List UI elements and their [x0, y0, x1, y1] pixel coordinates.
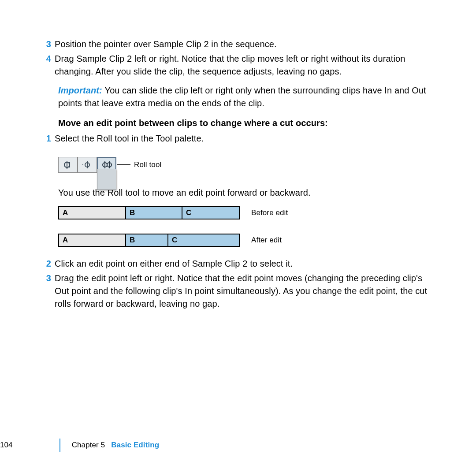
callout-label: Roll tool [134, 160, 161, 169]
important-lead: Important: [58, 86, 105, 95]
step-row: 3 Position the pointer over Sample Clip … [44, 38, 432, 51]
tool-dropdown-panel [97, 169, 116, 190]
step-number: 3 [44, 272, 55, 310]
page-number: 104 [0, 441, 13, 450]
important-text: You can slide the clip left or right onl… [58, 86, 426, 108]
clip-segment-c: C [168, 234, 239, 246]
clip-segment-a: A [59, 207, 126, 219]
step-text: Drag the edit point left or right. Notic… [55, 272, 432, 310]
page-footer: 104 Chapter 5 Basic Editing [0, 439, 159, 452]
clip-segment-c: C [182, 207, 239, 219]
bar-caption: After edit [251, 236, 282, 245]
step-number: 1 [44, 132, 55, 145]
step-number: 2 [44, 257, 55, 270]
step-text: Position the pointer over Sample Clip 2 … [55, 38, 432, 51]
page-content: 3 Position the pointer over Sample Clip … [0, 0, 476, 310]
step-row: 4 Drag Sample Clip 2 left or right. Noti… [44, 52, 432, 78]
slip-icon [82, 159, 93, 171]
slip-tool-icon [78, 157, 97, 173]
clip-segment-b: B [126, 234, 168, 246]
step-text: Drag Sample Clip 2 left or right. Notice… [55, 52, 432, 78]
footer-divider [60, 439, 60, 452]
step-row: 1 Select the Roll tool in the Tool palet… [44, 132, 432, 145]
clip-segment-b: B [126, 207, 182, 219]
ripple-tool-icon [58, 157, 78, 173]
step-text: Click an edit point on either end of Sam… [55, 257, 432, 270]
callout-leader-line [117, 164, 130, 165]
step-text: Select the Roll tool in the Tool palette… [55, 132, 432, 145]
clip-track: A B C [58, 234, 240, 247]
tool-figure: Roll tool [58, 154, 432, 176]
bar-caption: Before edit [251, 208, 288, 217]
step-number: 4 [44, 52, 55, 78]
step-number: 3 [44, 38, 55, 51]
chapter-label: Chapter 5 [72, 441, 105, 450]
subheading: Move an edit point between clips to chan… [58, 117, 432, 130]
before-edit-bar: A B C Before edit [58, 206, 432, 219]
chapter-title: Basic Editing [111, 441, 159, 450]
after-edit-bar: A B C After edit [58, 234, 432, 247]
step-row: 2 Click an edit point on either end of S… [44, 257, 432, 270]
step-row: 3 Drag the edit point left or right. Not… [44, 272, 432, 310]
tool-palette-strip [58, 154, 116, 176]
clip-track: A B C [58, 206, 240, 219]
ripple-icon [62, 159, 74, 171]
important-note: Important: You can slide the clip left o… [58, 84, 432, 110]
clip-segment-a: A [59, 234, 126, 246]
